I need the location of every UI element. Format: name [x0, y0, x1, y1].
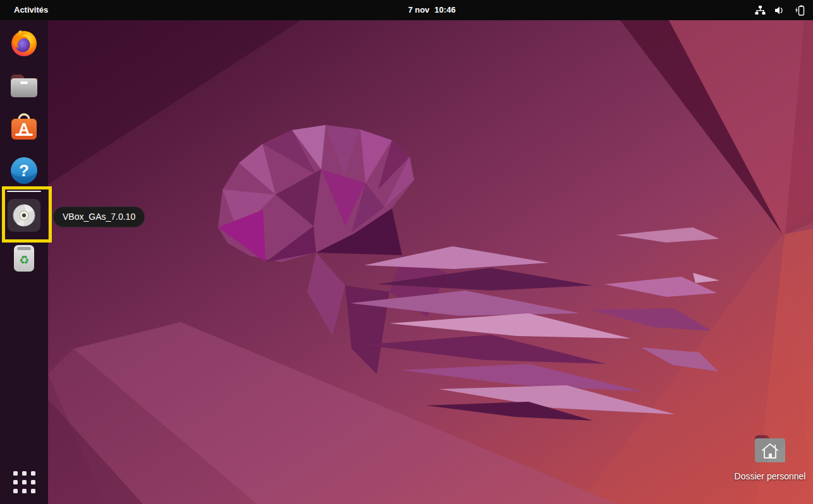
cd-icon — [11, 203, 37, 228]
help-icon: ? — [9, 156, 39, 185]
svg-text:?: ? — [19, 161, 29, 180]
dock-item-app-grid[interactable] — [6, 464, 42, 500]
battery-charging-icon — [794, 5, 805, 16]
wallpaper — [48, 20, 813, 504]
dash-separator — [7, 191, 41, 192]
dock: A ? — [0, 20, 48, 504]
firefox-icon — [9, 28, 39, 57]
home-folder-icon[interactable] — [752, 431, 788, 466]
clock[interactable]: 7 nov10:46 — [405, 0, 458, 20]
ubuntu-software-icon: A — [9, 113, 39, 142]
activities-button[interactable]: Activités — [6, 0, 56, 20]
top-bar: Activités 7 nov10:46 — [0, 0, 813, 20]
app-grid-icon — [13, 471, 35, 493]
desktop-screen: Dossier personnel Activités 7 nov10:46 — [0, 0, 813, 504]
files-icon — [9, 72, 39, 99]
volume-icon — [774, 6, 785, 15]
dock-item-ubuntu-software[interactable]: A — [6, 110, 42, 145]
dock-item-firefox[interactable] — [6, 25, 42, 61]
cd-icon-well — [8, 199, 40, 232]
dock-item-files[interactable] — [6, 68, 42, 103]
system-tray[interactable] — [755, 0, 805, 20]
clock-date: 7 nov — [408, 5, 429, 15]
svg-text:♻: ♻ — [19, 253, 29, 267]
home-folder-label: Dossier personnel — [716, 471, 813, 481]
trash-icon: ♻ — [11, 244, 37, 273]
dock-item-vbox-guest-additions-cd[interactable] — [6, 198, 42, 233]
cd-tooltip: VBox_GAs_7.0.10 — [53, 207, 145, 227]
clock-time: 10:46 — [434, 5, 455, 15]
network-wired-icon — [755, 6, 766, 15]
dock-item-trash[interactable]: ♻ — [6, 241, 42, 276]
dock-item-help[interactable]: ? — [6, 153, 42, 188]
